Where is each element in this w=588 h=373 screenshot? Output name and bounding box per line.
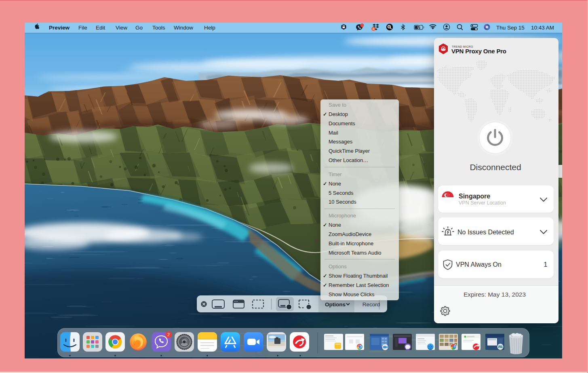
- svg-text:Disconnected: Disconnected: [470, 162, 521, 172]
- svg-text:VPN Server Location: VPN Server Location: [459, 200, 506, 206]
- svg-text:Expires: May 13, 2023: Expires: May 13, 2023: [464, 291, 526, 298]
- svg-text:Options: Options: [325, 301, 346, 308]
- svg-text:1: 1: [544, 261, 548, 268]
- svg-text:2: 2: [167, 332, 170, 337]
- svg-text:VPN Proxy One Pro: VPN Proxy One Pro: [451, 48, 506, 55]
- svg-text:2: 2: [373, 27, 374, 31]
- svg-text:Record: Record: [362, 301, 380, 308]
- svg-text:No Issues Detected: No Issues Detected: [457, 229, 514, 236]
- svg-text:Singapore: Singapore: [459, 193, 490, 200]
- svg-text:VPN Always On: VPN Always On: [456, 261, 502, 268]
